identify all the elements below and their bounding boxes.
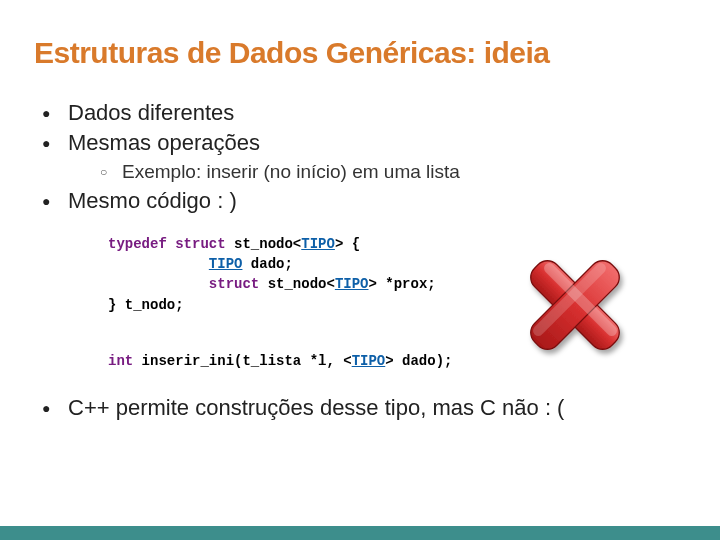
keyword-int: int — [108, 353, 133, 369]
type-placeholder: TIPO — [335, 276, 369, 292]
keyword-typedef: typedef — [108, 236, 167, 252]
red-cross-icon — [510, 240, 640, 370]
code-indent — [108, 256, 209, 272]
code-text: > { — [335, 236, 360, 252]
code-text: > *prox; — [368, 276, 435, 292]
bullet-text: Mesmas operações — [68, 130, 260, 155]
bullet-item-4: C++ permite construções desse tipo, mas … — [42, 393, 686, 423]
footer-bar — [0, 526, 720, 540]
bullet-item-2: Mesmas operações Exemplo: inserir (no in… — [42, 128, 686, 186]
type-placeholder: TIPO — [301, 236, 335, 252]
code-text: inserir_ini(t_lista *l, < — [133, 353, 351, 369]
code-text: dado; — [242, 256, 292, 272]
bullet-item-3: Mesmo código : ) — [42, 186, 686, 216]
type-placeholder: TIPO — [209, 256, 243, 272]
code-text: st_nodo< — [226, 236, 302, 252]
keyword-struct: struct — [209, 276, 259, 292]
code-text: } t_nodo; — [108, 297, 184, 313]
bullet-list: Dados diferentes Mesmas operações Exempl… — [34, 98, 686, 216]
code-text: > dado); — [385, 353, 452, 369]
sub-bullet-item: Exemplo: inserir (no início) em uma list… — [100, 159, 686, 186]
code-indent — [108, 276, 209, 292]
keyword-struct: struct — [175, 236, 225, 252]
slide-title: Estruturas de Dados Genéricas: ideia — [34, 36, 686, 70]
bullet-item-1: Dados diferentes — [42, 98, 686, 128]
sub-bullet-list: Exemplo: inserir (no início) em uma list… — [68, 159, 686, 186]
type-placeholder: TIPO — [352, 353, 386, 369]
bullet-list-footer: C++ permite construções desse tipo, mas … — [34, 393, 686, 423]
code-text: st_nodo< — [259, 276, 335, 292]
